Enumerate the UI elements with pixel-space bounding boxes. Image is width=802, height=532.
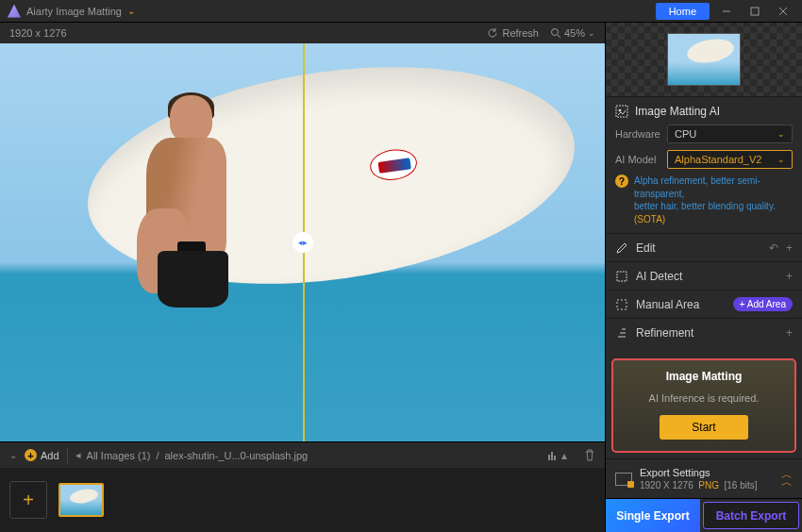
model-description: Alpha refinement, better semi-transparen…	[634, 175, 793, 225]
image-content	[137, 95, 250, 312]
side-panel: Image Matting AI Hardware CPU ⌄ AI Model…	[605, 23, 802, 532]
model-select[interactable]: AlphaStandard_V2 ⌄	[667, 150, 793, 169]
plus-icon: +	[25, 449, 37, 461]
add-image-button[interactable]: + Add	[25, 449, 59, 461]
thumbnail[interactable]	[58, 483, 104, 517]
matting-box-message: AI Inference is required.	[621, 392, 787, 404]
model-value: AlphaStandard_V2	[675, 154, 761, 165]
export-buttons: Single Export Batch Export	[606, 498, 802, 532]
preview-area	[606, 23, 802, 96]
edit-icon	[615, 241, 628, 255]
chevron-down-icon: ⌄	[588, 28, 595, 38]
export-icon	[615, 473, 632, 486]
compare-handle[interactable]: ◂▸	[292, 232, 313, 253]
manual-area-icon	[615, 298, 628, 311]
back-icon[interactable]: ◂	[75, 449, 81, 461]
chevron-down-icon: ⌄	[777, 129, 785, 139]
zoom-value: 45%	[564, 27, 585, 39]
plus-icon[interactable]: +	[786, 270, 793, 283]
matting-action-box: Image Matting AI Inference is required. …	[611, 358, 796, 453]
separator: /	[156, 450, 159, 461]
ai-detect-panel[interactable]: AI Detect +	[606, 261, 802, 290]
expand-icon[interactable]: ︿︿	[781, 472, 793, 485]
home-button[interactable]: Home	[656, 3, 710, 20]
matting-ai-title: Image Matting AI	[635, 105, 720, 118]
manual-area-label: Manual Area	[636, 298, 699, 311]
ai-detect-label: AI Detect	[636, 270, 682, 283]
breadcrumb: ◂ All Images (1) / alex-shutin-_U...0-un…	[75, 449, 309, 461]
viewer-infobar: 1920 x 1276 Refresh 45% ⌄	[0, 23, 605, 43]
minimize-button[interactable]	[715, 3, 738, 20]
ai-detect-icon	[615, 270, 628, 283]
preview-thumbnail[interactable]	[667, 33, 741, 86]
undo-icon[interactable]: ↶	[769, 241, 778, 255]
help-icon[interactable]: ?	[615, 175, 628, 188]
edit-label: Edit	[636, 241, 656, 255]
divider	[67, 448, 68, 463]
filename: alex-shutin-_U...0-unsplash.jpg	[165, 450, 309, 461]
start-button[interactable]: Start	[660, 415, 747, 440]
svg-point-10	[619, 109, 622, 112]
add-label: Add	[41, 450, 59, 461]
app-logo-icon	[8, 5, 21, 18]
export-settings-row[interactable]: Export Settings 1920 X 1276 PNG [16 bits…	[606, 458, 802, 498]
plus-icon[interactable]: +	[786, 241, 793, 255]
refinement-panel[interactable]: Refinement +	[606, 318, 802, 346]
svg-rect-8	[554, 456, 556, 460]
plus-icon[interactable]: +	[786, 326, 793, 340]
app-title: Aiarty Image Matting	[26, 6, 122, 17]
bottom-toolbar: ⌄ + Add ◂ All Images (1) / alex-shutin-_…	[0, 441, 605, 468]
svg-rect-12	[617, 300, 627, 309]
matting-ai-icon	[615, 105, 628, 118]
hardware-select[interactable]: CPU ⌄	[667, 125, 793, 143]
close-button[interactable]	[772, 3, 794, 20]
svg-rect-7	[551, 452, 553, 460]
all-images-label[interactable]: All Images (1)	[87, 450, 151, 461]
svg-rect-1	[751, 8, 759, 15]
titlebar: Aiarty Image Matting ⌄ Home	[0, 0, 802, 23]
collapse-icon[interactable]: ⌄	[9, 450, 17, 460]
refinement-label: Refinement	[636, 326, 693, 340]
matting-box-title: Image Matting	[621, 370, 787, 383]
image-viewer[interactable]: ◂▸	[0, 43, 605, 441]
trash-icon[interactable]	[584, 449, 595, 461]
histogram-icon[interactable]: ▴	[548, 449, 567, 462]
title-dropdown-icon[interactable]: ⌄	[127, 6, 135, 16]
export-title: Export Settings	[640, 467, 774, 478]
edit-panel[interactable]: Edit ↶+	[606, 233, 802, 261]
model-label: AI Model	[615, 154, 667, 165]
svg-rect-9	[616, 106, 627, 117]
refresh-label: Refresh	[502, 27, 539, 39]
add-area-button[interactable]: + Add Area	[733, 297, 793, 311]
add-thumbnail-button[interactable]: +	[9, 481, 47, 519]
export-subtitle: 1920 X 1276 PNG [16 bits]	[640, 480, 774, 490]
chevron-down-icon: ⌄	[777, 155, 785, 164]
image-dimensions: 1920 x 1276	[9, 27, 67, 39]
batch-export-button[interactable]: Batch Export	[703, 502, 799, 529]
zoom-control[interactable]: 45% ⌄	[550, 27, 595, 39]
manual-area-panel[interactable]: Manual Area + Add Area	[606, 290, 802, 318]
hardware-label: Hardware	[615, 128, 667, 140]
svg-line-5	[558, 35, 560, 38]
hardware-value: CPU	[675, 128, 696, 140]
maximize-button[interactable]	[744, 3, 766, 20]
svg-rect-6	[548, 455, 550, 460]
thumbnail-strip: +	[0, 468, 605, 532]
svg-rect-11	[617, 272, 627, 281]
refinement-icon	[615, 326, 628, 340]
svg-point-4	[551, 29, 558, 36]
single-export-button[interactable]: Single Export	[606, 499, 700, 532]
refresh-button[interactable]: Refresh	[487, 27, 539, 39]
matting-ai-section: Image Matting AI Hardware CPU ⌄ AI Model…	[606, 96, 802, 233]
